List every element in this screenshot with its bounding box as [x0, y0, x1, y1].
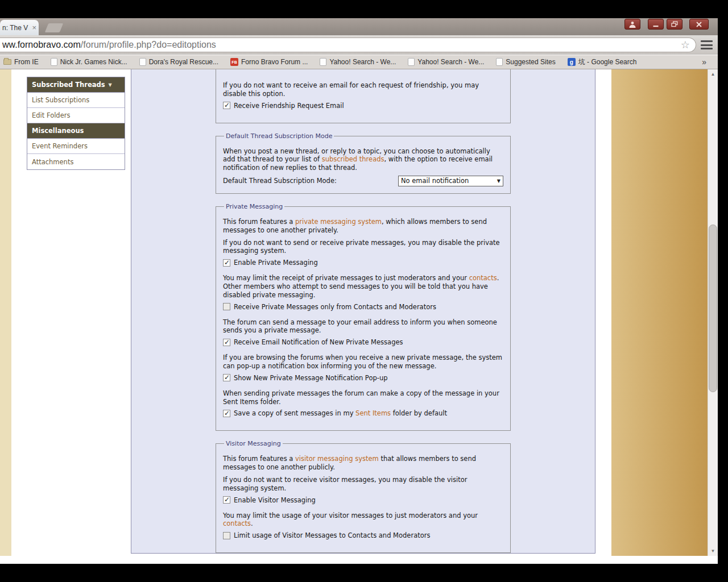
bookmarks-overflow-chevron[interactable]: » — [702, 57, 706, 66]
sidebar-item-label: List Subscriptions — [32, 96, 89, 104]
sidebar-item-list-subscriptions[interactable]: List Subscriptions — [27, 93, 125, 108]
sent-items-link[interactable]: Sent Items — [355, 409, 391, 417]
page-background-left — [0, 69, 11, 556]
bookmark-item-from-ie[interactable]: From IE — [3, 58, 39, 66]
bookmark-label: From IE — [14, 58, 39, 66]
bookmark-label: 坑 - Google Search — [578, 57, 637, 67]
vertical-scrollbar[interactable]: ▲ ▼ — [708, 69, 718, 556]
receive-pm-only-contacts-moderators-checkbox[interactable] — [223, 303, 230, 310]
tab-title: n: The V — [2, 24, 32, 32]
checkbox-row: Enable Visitor Messaging — [223, 496, 503, 504]
sidebar-item-label: Event Reminders — [32, 142, 88, 150]
fieldset-legend: Default Thread Subscription Mode — [224, 132, 334, 140]
chevron-down-icon: ▼ — [109, 82, 112, 88]
text-segment: You may limit the usage of your visitor … — [223, 512, 478, 519]
sidebar-header-miscellaneous[interactable]: Miscellaneous — [27, 123, 125, 139]
enable-visitor-messaging-checkbox[interactable] — [223, 496, 230, 504]
sidebar-item-edit-folders[interactable]: Edit Folders — [27, 108, 125, 123]
url-path: /forum/profile.php?do=editoptions — [81, 40, 216, 50]
dropdown-arrow-icon: ▼ — [497, 178, 500, 184]
scroll-down-icon[interactable]: ▼ — [708, 546, 718, 556]
scroll-up-icon[interactable]: ▲ — [708, 69, 718, 79]
sidebar-item-attachments[interactable]: Attachments — [27, 154, 125, 169]
vm-disable-text: If you do not want to receive visitor me… — [223, 476, 503, 493]
bookmark-item-forno-bravo[interactable]: FB Forno Bravo Forum ... — [230, 58, 308, 66]
sidebar-item-label: Attachments — [32, 158, 73, 166]
bookmark-label: Yahoo! Search - We... — [329, 58, 396, 66]
tab-close-icon[interactable]: × — [32, 24, 36, 31]
checkbox-label: Receive Friendship Request Email — [234, 102, 344, 110]
screen: { "browser": { "tab_title": "n: The V", … — [0, 0, 728, 582]
checkbox-row: Enable Private Messaging — [223, 259, 503, 267]
browser-tab[interactable]: n: The V × — [0, 20, 39, 35]
select-label: Default Thread Subscription Mode: — [223, 177, 337, 185]
page-background-right — [611, 69, 708, 556]
tab-strip: n: The V × — [0, 18, 718, 35]
close-button[interactable] — [689, 19, 709, 30]
select-row: Default Thread Subscription Mode: No ema… — [223, 176, 503, 186]
page-icon — [51, 58, 57, 66]
new-tab-button[interactable] — [45, 23, 63, 32]
browser-window: n: The V × ww.fornobravo.com/forum/profi… — [0, 18, 718, 564]
default-thread-subscription-mode-select[interactable]: No email notification ▼ — [398, 176, 503, 186]
address-bar[interactable]: ww.fornobravo.com/forum/profile.php?do=e… — [0, 38, 696, 52]
checkbox-row: Save a copy of sent messages in my Sent … — [223, 409, 503, 417]
checkbox-row: Receive Private Messages only from Conta… — [223, 303, 503, 311]
visitor-messaging-system-link[interactable]: visitor messaging system — [295, 455, 379, 463]
close-icon — [696, 22, 702, 27]
sidebar-header-label: Subscribed Threads — [32, 81, 105, 89]
text-segment: . — [251, 519, 253, 527]
pm-limit-text: You may limit the receipt of private mes… — [223, 274, 503, 299]
private-messaging-system-link[interactable]: private messaging system — [295, 218, 382, 226]
save-sent-messages-checkbox[interactable] — [223, 410, 230, 417]
receive-friendship-request-email-checkbox[interactable] — [223, 102, 230, 109]
limit-visitor-messages-checkbox[interactable] — [223, 532, 230, 539]
bookmark-label: Yahoo! Search - We... — [417, 58, 484, 66]
minimize-button[interactable] — [648, 19, 664, 30]
minimize-icon — [652, 22, 659, 27]
scrollbar-thumb[interactable] — [709, 225, 717, 392]
sidebar-navigation: Subscribed Threads ▼ List Subscriptions … — [27, 77, 125, 170]
options-panel: If you do not want to receive an email f… — [131, 69, 595, 554]
bookmark-item-yahoo-search-1[interactable]: Yahoo! Search - We... — [320, 58, 396, 66]
contacts-link[interactable]: contacts — [223, 519, 251, 527]
show-pm-notification-popup-checkbox[interactable] — [223, 374, 230, 381]
checkbox-label: Show New Private Message Notification Po… — [234, 374, 387, 382]
sidebar-item-event-reminders[interactable]: Event Reminders — [27, 139, 125, 154]
subscribed-threads-link[interactable]: subscribed threads — [322, 155, 384, 163]
pm-intro-text: This forum features a private messaging … — [223, 218, 503, 235]
sidebar-header-subscribed-threads[interactable]: Subscribed Threads ▼ — [27, 77, 125, 93]
bookmark-item-nick-jr[interactable]: Nick Jr. Games Nick... — [51, 58, 127, 66]
fieldset-private-messaging: Private Messaging This forum features a … — [216, 203, 511, 431]
address-toolbar: ww.fornobravo.com/forum/profile.php?do=e… — [0, 35, 718, 55]
bookmark-star-icon[interactable]: ☆ — [681, 39, 690, 51]
receive-email-notification-checkbox[interactable] — [223, 339, 230, 346]
restore-icon — [671, 21, 678, 27]
profile-button[interactable] — [624, 19, 640, 30]
checkbox-row: Receive Email Notification of New Privat… — [223, 338, 503, 346]
checkbox-label: Enable Visitor Messaging — [234, 496, 316, 504]
contacts-link[interactable]: contacts — [469, 274, 497, 282]
friendship-text: If you do not want to receive an email f… — [223, 81, 503, 98]
fieldset-visitor-messaging: Visitor Messaging This forum features a … — [216, 440, 511, 553]
bookmark-item-google-search[interactable]: g 坑 - Google Search — [568, 57, 637, 67]
menu-icon[interactable] — [701, 40, 713, 49]
bookmark-item-dora[interactable]: Dora's Royal Rescue... — [139, 58, 218, 66]
bookmark-label: Forno Bravo Forum ... — [241, 58, 308, 66]
text-segment: Save a copy of sent messages in my — [234, 409, 355, 417]
checkbox-label: Receive Email Notification of New Privat… — [234, 338, 403, 346]
checkbox-row: Limit usage of Visitor Messages to Conta… — [223, 531, 503, 539]
bookmark-item-suggested-sites[interactable]: Suggested Sites — [496, 58, 555, 66]
sidebar-item-label: Edit Folders — [32, 111, 70, 119]
checkbox-row: Show New Private Message Notification Po… — [223, 374, 503, 382]
bookmark-item-yahoo-search-2[interactable]: Yahoo! Search - We... — [408, 58, 484, 66]
enable-private-messaging-checkbox[interactable] — [223, 259, 230, 267]
bookmark-label: Dora's Royal Rescue... — [149, 58, 218, 66]
vm-intro-text: This forum features a visitor messaging … — [223, 455, 503, 472]
page-viewport: Subscribed Threads ▼ List Subscriptions … — [0, 69, 718, 556]
pm-disable-text: If you do not want to send or receive pr… — [223, 239, 503, 256]
bookmarks-bar: From IE Nick Jr. Games Nick... Dora's Ro… — [0, 55, 718, 69]
checkbox-row: Receive Friendship Request Email — [223, 102, 503, 110]
maximize-button[interactable] — [667, 19, 682, 30]
url-host: ww.fornobravo.com — [2, 40, 81, 50]
